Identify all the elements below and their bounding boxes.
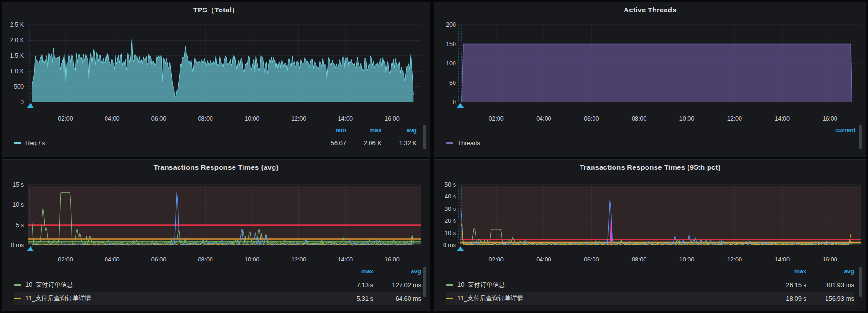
svg-text:15 s: 15 s [12,181,24,188]
legend-header-min[interactable]: min [311,127,346,134]
svg-text:50: 50 [449,80,456,86]
legend-max-value: 26.15 s [759,282,806,289]
legend-avg-value: 301.93 ms [806,282,854,289]
legend-scrollbar[interactable] [859,267,862,297]
svg-text:04:00: 04:00 [536,115,551,122]
legend-scrollbar[interactable] [423,267,426,297]
legend-scrollbar[interactable] [423,125,426,149]
legend-header-avg[interactable]: avg [381,127,417,134]
legend-max-value: 7.13 s [326,282,373,289]
svg-text:06:00: 06:00 [584,115,599,122]
legend-row-pay-order-info[interactable]: 10_支付订单信息 26.15 s 301.93 ms [446,278,854,292]
legend-min-value: 56.07 [311,139,346,146]
svg-text:10:00: 10:00 [679,256,694,263]
svg-text:12:00: 12:00 [727,115,742,122]
svg-text:2.5 K: 2.5 K [10,21,24,28]
series-color-dash [446,142,453,144]
legend-header-row: max avg [14,265,421,278]
svg-text:50 s: 50 s [445,181,456,188]
threads-legend: current Threads [446,124,856,149]
svg-text:20 s: 20 s [445,218,456,224]
svg-text:5 s: 5 s [16,222,24,229]
series-color-dash [446,284,453,286]
svg-text:14:00: 14:00 [338,256,353,263]
legend-header-max[interactable]: max [759,268,806,275]
legend-row-pay-order-info[interactable]: 10_支付订单信息 7.13 s 127.02 ms [14,278,421,292]
legend-header-row: max avg [446,265,854,278]
svg-text:16:00: 16:00 [384,115,399,122]
svg-text:2.0 K: 2.0 K [10,37,24,43]
svg-text:10:00: 10:00 [244,115,259,122]
svg-text:1.5 K: 1.5 K [10,52,24,59]
panel-0: TPS（Total） 02:0004:0006:0008:0010:0012:0… [2,2,430,157]
svg-text:12:00: 12:00 [291,115,306,122]
svg-text:08:00: 08:00 [198,256,213,263]
svg-text:0: 0 [21,99,24,105]
series-color-dash [14,298,21,299]
legend-avg-value: 1.32 K [381,139,417,146]
tps-legend: min max avg Req / s 56.07 2.06 K 1.32 K [14,124,417,149]
svg-text:10 s: 10 s [445,230,456,237]
legend-header-max[interactable]: max [326,268,373,275]
legend-row-query-order-detail[interactable]: 11_支付后查询订单详情 18.09 s 156.93 ms [446,292,854,305]
svg-text:10 s: 10 s [12,201,24,208]
legend-series-label: Req / s [25,139,45,146]
legend-max-value: 2.06 K [346,139,381,146]
legend-header-avg[interactable]: avg [373,268,421,275]
legend-header-row: current [446,124,856,136]
svg-text:04:00: 04:00 [536,256,551,263]
svg-text:08:00: 08:00 [632,115,646,122]
legend-avg-value: 64.60 ms [373,295,421,302]
legend-row-query-order-detail[interactable]: 11_支付后查询订单详情 5.31 s 64.60 ms [14,292,421,305]
svg-text:16:00: 16:00 [822,115,837,122]
rt-avg-legend: max avg 10_支付订单信息 7.13 s 127.02 ms 11_支付… [14,265,421,305]
legend-series-label: 11_支付后查询订单详情 [25,294,91,303]
panel-3: Transactions Response Times (95th pct) 0… [434,159,866,311]
svg-text:16:00: 16:00 [384,256,399,263]
svg-text:08:00: 08:00 [198,115,213,122]
svg-text:10:00: 10:00 [244,256,259,263]
svg-text:12:00: 12:00 [727,256,742,263]
svg-text:06:00: 06:00 [151,256,166,263]
svg-text:04:00: 04:00 [105,256,119,263]
svg-text:100: 100 [446,60,456,67]
svg-text:40 s: 40 s [445,193,456,200]
legend-row-threads[interactable]: Threads [446,136,856,149]
svg-text:12:00: 12:00 [291,256,306,263]
legend-series-label: 10_支付订单信息 [457,281,505,289]
svg-text:0 ms: 0 ms [11,242,24,249]
series-color-dash [14,142,21,144]
legend-header-avg[interactable]: avg [806,268,854,275]
svg-text:08:00: 08:00 [632,256,646,263]
svg-text:02:00: 02:00 [58,256,73,263]
svg-text:30 s: 30 s [445,206,456,212]
legend-max-value: 18.09 s [759,295,806,302]
svg-text:0: 0 [453,99,456,105]
svg-text:02:00: 02:00 [488,115,503,122]
legend-series-label: 10_支付订单信息 [25,281,73,289]
panel-2: Transactions Response Times (avg) 02:000… [2,159,430,311]
svg-text:10:00: 10:00 [679,115,694,122]
series-color-dash [14,284,21,286]
svg-text:04:00: 04:00 [105,115,119,122]
legend-header-row: min max avg [14,124,417,136]
legend-scrollbar[interactable] [859,125,862,149]
legend-series-label: Threads [457,139,480,146]
legend-avg-value: 156.93 ms [806,295,854,302]
svg-text:200: 200 [446,21,456,28]
legend-row-reqs[interactable]: Req / s 56.07 2.06 K 1.32 K [14,136,417,149]
svg-text:06:00: 06:00 [151,115,166,122]
rt-95pct-legend: max avg 10_支付订单信息 26.15 s 301.93 ms 11_支… [446,265,854,305]
panel-1: Active Threads 02:0004:0006:0008:0010:00… [434,2,866,157]
legend-header-current[interactable]: current [810,127,856,134]
legend-header-max[interactable]: max [346,127,381,134]
series-color-dash [446,298,453,299]
svg-text:14:00: 14:00 [775,256,790,263]
legend-avg-value: 127.02 ms [373,282,421,289]
svg-text:02:00: 02:00 [488,256,503,263]
svg-text:1.0 K: 1.0 K [10,68,24,74]
svg-text:0 ms: 0 ms [443,242,456,249]
svg-text:150: 150 [446,41,456,48]
svg-text:14:00: 14:00 [775,115,790,122]
svg-text:06:00: 06:00 [584,256,599,263]
